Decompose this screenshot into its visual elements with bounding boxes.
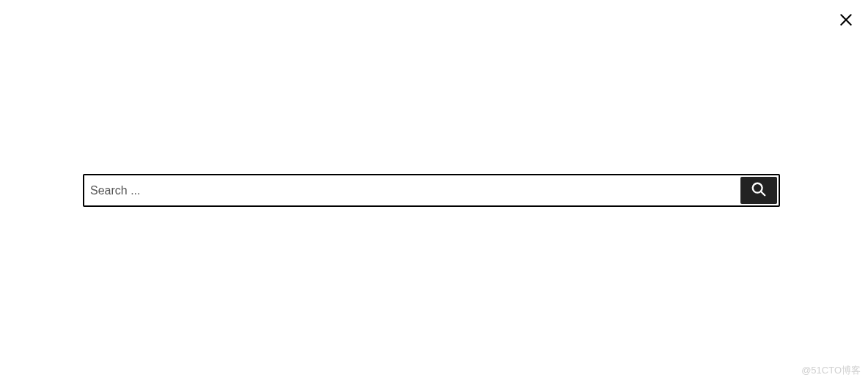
search-form xyxy=(83,174,780,207)
watermark: @51CTO博客 xyxy=(801,364,861,377)
search-button[interactable] xyxy=(740,177,777,204)
close-button[interactable] xyxy=(837,12,855,29)
search-input[interactable] xyxy=(84,175,739,205)
svg-line-3 xyxy=(761,192,765,195)
close-icon xyxy=(839,12,853,29)
search-icon xyxy=(751,181,767,200)
